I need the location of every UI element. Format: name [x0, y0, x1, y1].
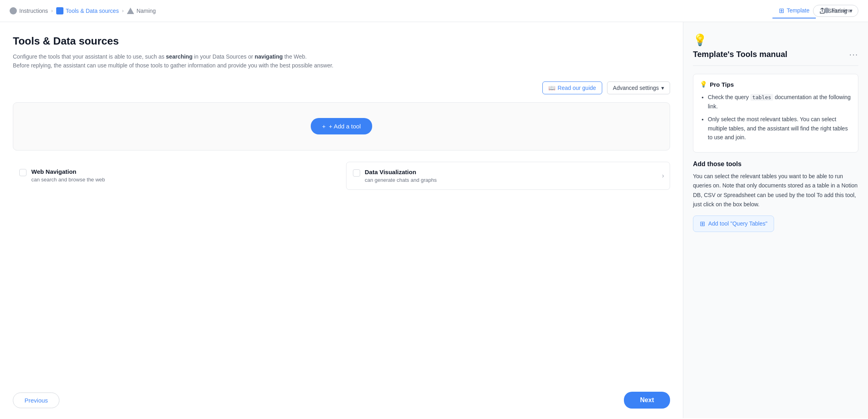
right-panel: 💡 Template's Tools manual ··· 💡 Pro Tips… [683, 22, 868, 418]
advanced-settings-label: Advanced settings [613, 85, 659, 91]
triangle-icon [127, 8, 134, 14]
pro-tips-icon: 💡 [700, 81, 707, 88]
tab-preview[interactable]: Preview [817, 4, 858, 18]
add-icon: + [322, 123, 326, 130]
top-nav: Instructions › Tools & Data sources › Na… [0, 0, 868, 22]
desc-bold1: searching [166, 53, 192, 60]
add-tools-title: Add those tools [693, 161, 858, 168]
data-visualization-checkbox[interactable] [353, 169, 360, 177]
tip1-before: Check the query [708, 94, 750, 100]
breadcrumb-tools-data[interactable]: Tools & Data sources [56, 7, 119, 14]
tip1-code: tables [750, 94, 773, 101]
web-navigation-info: Web Navigation can search and browse the… [31, 168, 105, 183]
pro-tips-title: 💡 Pro Tips [700, 81, 852, 88]
breadcrumb-naming[interactable]: Naming [127, 8, 156, 14]
pro-tips-label: Pro Tips [710, 81, 734, 88]
web-navigation-desc: can search and browse the web [31, 177, 105, 183]
add-tool-area: + + Add a tool [13, 102, 670, 151]
add-tools-section: Add those tools You can select the relev… [693, 161, 858, 209]
web-navigation-name: Web Navigation [31, 168, 105, 175]
add-query-tables-label: Add tool "Query Tables" [708, 220, 767, 227]
tool-arrow-icon: › [662, 172, 664, 179]
desc-part2: in your Data Sources or [192, 53, 255, 60]
desc-line2: Before replying, the assistant can use m… [13, 62, 333, 69]
panel-divider [693, 65, 858, 66]
data-visualization-info: Data Visualization can generate chats an… [365, 169, 437, 183]
data-visualization-name: Data Visualization [365, 169, 437, 175]
panel-title-row: Template's Tools manual ··· [693, 50, 858, 59]
pro-tip-2: Only select the most relevant tables. Yo… [708, 115, 852, 142]
add-tool-button[interactable]: + + Add a tool [311, 118, 372, 134]
page-description: Configure the tools that your assistant … [13, 52, 670, 70]
tool-options: Web Navigation can search and browse the… [13, 162, 670, 190]
breadcrumb-arrow-1: › [51, 8, 53, 14]
tool-option-web-navigation: Web Navigation can search and browse the… [13, 162, 336, 190]
breadcrumb: Instructions › Tools & Data sources › Na… [10, 7, 810, 14]
add-tools-desc: You can select the relevant tables you w… [693, 172, 858, 209]
bottom-nav: Previous Next [13, 384, 670, 409]
desc-part1: Configure the tools that your assistant … [13, 53, 166, 60]
advanced-chevron-icon: ▾ [661, 85, 664, 91]
next-button[interactable]: Next [624, 392, 670, 409]
add-query-tables-button[interactable]: ⊞ Add tool "Query Tables" [693, 216, 774, 232]
desc-bold2: navigating [255, 53, 283, 60]
breadcrumb-tools-label: Tools & Data sources [66, 8, 119, 14]
breadcrumb-instructions[interactable]: Instructions [10, 7, 48, 14]
read-guide-button[interactable]: 📖 Read our guide [542, 81, 602, 94]
action-bar: 📖 Read our guide Advanced settings ▾ [13, 81, 670, 94]
desc-part3: the Web. [283, 53, 307, 60]
breadcrumb-naming-label: Naming [137, 8, 156, 14]
read-guide-label: Read our guide [558, 85, 596, 91]
previous-button[interactable]: Previous [13, 393, 59, 408]
circle-icon [10, 7, 17, 14]
right-panel-tabs: ⊞ Template Preview [772, 4, 858, 18]
panel-icon-wrapper: 💡 [693, 33, 858, 47]
main-layout: Tools & Data sources Configure the tools… [0, 22, 868, 418]
pro-tips-list: Check the query tables documentation at … [700, 93, 852, 142]
web-navigation-checkbox[interactable] [19, 169, 26, 176]
query-table-icon: ⊞ [700, 220, 705, 228]
advanced-settings-button[interactable]: Advanced settings ▾ [607, 81, 670, 94]
template-icon: ⊞ [779, 7, 784, 14]
tab-preview-label: Preview [832, 7, 852, 14]
page-title: Tools & Data sources [13, 35, 670, 47]
tab-template[interactable]: ⊞ Template [772, 4, 816, 18]
preview-icon [824, 8, 829, 13]
add-tool-label: + Add a tool [329, 123, 361, 130]
breadcrumb-instructions-label: Instructions [19, 8, 48, 14]
square-icon [56, 7, 63, 14]
pro-tips-section: 💡 Pro Tips Check the query tables docume… [693, 74, 858, 153]
data-visualization-desc: can generate chats and graphs [365, 177, 437, 183]
tool-option-data-visualization: Data Visualization can generate chats an… [346, 162, 670, 190]
pro-tip-1: Check the query tables documentation at … [708, 93, 852, 111]
book-icon: 📖 [548, 85, 555, 91]
panel-lightbulb-icon: 💡 [693, 34, 707, 46]
panel-title: Template's Tools manual [693, 50, 787, 59]
left-content: Tools & Data sources Configure the tools… [0, 22, 683, 418]
panel-menu-button[interactable]: ··· [849, 50, 858, 59]
tab-template-label: Template [786, 7, 809, 14]
breadcrumb-arrow-2: › [122, 8, 124, 14]
